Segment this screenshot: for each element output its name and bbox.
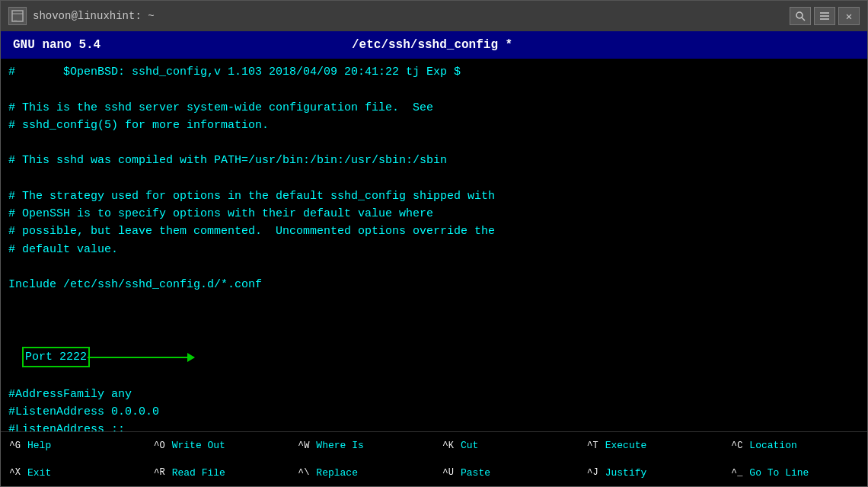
title-bar-left: _ shovon@linuxhint: ~ bbox=[8, 7, 155, 25]
nano-header: GNU nano 5.4 /etc/ssh/sshd_config * bbox=[1, 31, 867, 59]
label-help: Help bbox=[27, 440, 51, 451]
line-8: # The strategy used for options in the d… bbox=[8, 190, 495, 203]
svg-point-3 bbox=[796, 12, 803, 18]
cmd-execute[interactable]: ^T Execute bbox=[579, 432, 723, 460]
line-4: # sshd_config(5) for more information. bbox=[8, 119, 269, 132]
label-exit: Exit bbox=[27, 467, 51, 479]
editor-area[interactable]: # $OpenBSD: sshd_config,v 1.103 2018/04/… bbox=[1, 59, 867, 431]
line-9: # OpenSSH is to specify options with the… bbox=[8, 207, 433, 220]
key-location: ^C bbox=[729, 439, 745, 452]
editor-text: # $OpenBSD: sshd_config,v 1.103 2018/04/… bbox=[8, 63, 860, 431]
cmd-read-file[interactable]: ^R Read File bbox=[145, 460, 290, 487]
line-17: #ListenAddress 0.0.0.0 bbox=[8, 405, 159, 418]
port-highlighted: Port 2222 bbox=[22, 347, 90, 367]
label-read-file: Read File bbox=[172, 467, 225, 479]
line-15: Port 2222 bbox=[8, 312, 860, 386]
key-where-is: ^W bbox=[295, 439, 311, 452]
line-11: # default value. bbox=[8, 243, 118, 256]
key-replace: ^\ bbox=[295, 466, 311, 479]
cmd-where-is[interactable]: ^W Where Is bbox=[289, 432, 434, 460]
footer-commands: ^G Help ^O Write Out ^W Where Is ^K Cut … bbox=[1, 432, 867, 486]
line-1: # $OpenBSD: sshd_config,v 1.103 2018/04/… bbox=[8, 66, 461, 78]
cmd-goto[interactable]: ^_ Go To Line bbox=[723, 460, 867, 487]
label-execute: Execute bbox=[605, 440, 647, 451]
label-location: Location bbox=[749, 440, 796, 451]
cmd-location[interactable]: ^C Location bbox=[723, 432, 867, 460]
label-paste: Paste bbox=[461, 467, 490, 479]
cmd-exit[interactable]: ^X Exit bbox=[1, 460, 145, 487]
title-bar: _ shovon@linuxhint: ~ ✕ bbox=[1, 1, 867, 31]
line-6: # This sshd was compiled with PATH=/usr/… bbox=[8, 154, 447, 167]
close-button[interactable]: ✕ bbox=[838, 7, 860, 25]
key-write-out: ^O bbox=[152, 439, 168, 452]
line-13: Include /etc/ssh/sshd_config.d/*.conf bbox=[8, 278, 262, 291]
cmd-help[interactable]: ^G Help bbox=[1, 432, 145, 460]
label-where-is: Where Is bbox=[316, 440, 363, 451]
label-cut: Cut bbox=[461, 440, 478, 451]
nano-footer: ^G Help ^O Write Out ^W Where Is ^K Cut … bbox=[1, 431, 867, 486]
window-title: shovon@linuxhint: ~ bbox=[33, 10, 155, 22]
nano-version: GNU nano 5.4 bbox=[13, 38, 101, 52]
label-write-out: Write Out bbox=[172, 440, 225, 451]
line-18: #ListenAddress :: bbox=[8, 423, 125, 431]
line-10: # possible, but leave them commented. Un… bbox=[8, 225, 495, 238]
cmd-replace[interactable]: ^\ Replace bbox=[289, 460, 434, 487]
label-goto: Go To Line bbox=[749, 467, 809, 479]
svg-line-4 bbox=[802, 18, 805, 21]
search-button[interactable] bbox=[790, 7, 811, 25]
cmd-paste[interactable]: ^U Paste bbox=[434, 460, 579, 487]
key-execute: ^T bbox=[585, 439, 601, 452]
terminal-icon: _ bbox=[8, 7, 27, 25]
title-bar-controls: ✕ bbox=[790, 7, 860, 25]
key-exit: ^X bbox=[7, 466, 23, 479]
key-justify: ^J bbox=[585, 466, 601, 479]
line-3: # This is the sshd server system-wide co… bbox=[8, 101, 433, 114]
label-justify: Justify bbox=[605, 467, 647, 479]
cmd-write-out[interactable]: ^O Write Out bbox=[145, 432, 290, 460]
key-read-file: ^R bbox=[152, 466, 168, 479]
cmd-cut[interactable]: ^K Cut bbox=[434, 432, 579, 460]
cmd-justify[interactable]: ^J Justify bbox=[579, 460, 723, 487]
key-cut: ^K bbox=[440, 439, 456, 452]
key-goto: ^_ bbox=[729, 466, 745, 479]
menu-button[interactable] bbox=[814, 7, 835, 25]
svg-text:_: _ bbox=[14, 14, 18, 21]
file-path: /etc/ssh/sshd_config * bbox=[352, 38, 512, 52]
line-16: #AddressFamily any bbox=[8, 388, 132, 401]
terminal-window: _ shovon@linuxhint: ~ ✕ bbox=[0, 0, 868, 487]
key-help: ^G bbox=[7, 439, 23, 452]
label-replace: Replace bbox=[316, 467, 358, 479]
key-paste: ^U bbox=[440, 466, 456, 479]
